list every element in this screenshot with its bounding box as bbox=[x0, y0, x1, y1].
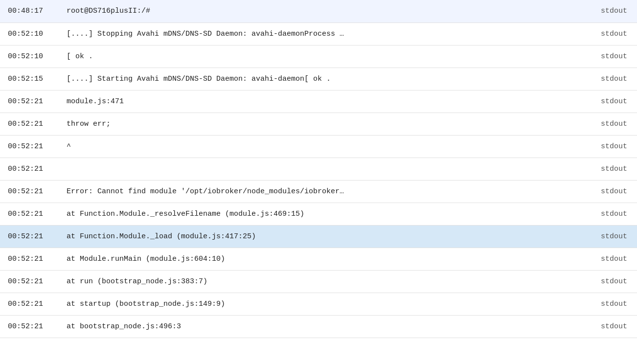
log-message: [ ok . bbox=[59, 45, 588, 68]
log-message: module.js:471 bbox=[59, 90, 588, 113]
table-row[interactable]: 00:52:21 ^stdout bbox=[0, 135, 637, 158]
table-row[interactable]: 00:52:21 at bootstrap_node.js:496:3stdou… bbox=[0, 315, 637, 338]
table-row[interactable]: 00:52:21 at startup (bootstrap_node.js:1… bbox=[0, 293, 637, 315]
log-message: at Module.runMain (module.js:604:10) bbox=[59, 248, 588, 270]
table-row[interactable]: 00:52:21 at Function.Module._load (modul… bbox=[0, 225, 637, 248]
log-source: stdout bbox=[588, 113, 637, 135]
log-time: 00:52:10 bbox=[0, 23, 59, 45]
log-time: 00:52:21 bbox=[0, 113, 59, 135]
log-source: stdout bbox=[588, 270, 637, 293]
log-source: stdout bbox=[588, 225, 637, 248]
log-time: 00:52:21 bbox=[0, 248, 59, 270]
log-message bbox=[59, 158, 588, 180]
log-time: 00:48:17 bbox=[0, 0, 59, 23]
log-source: stdout bbox=[588, 293, 637, 315]
log-source: stdout bbox=[588, 23, 637, 45]
table-row[interactable]: 00:52:21 throw err;stdout bbox=[0, 113, 637, 135]
table-row[interactable]: 00:52:15[....] Starting Avahi mDNS/DNS-S… bbox=[0, 68, 637, 90]
log-message: at startup (bootstrap_node.js:149:9) bbox=[59, 293, 588, 315]
log-source: stdout bbox=[588, 203, 637, 225]
table-row[interactable]: 00:52:21 at run (bootstrap_node.js:383:7… bbox=[0, 270, 637, 293]
log-time: 00:52:21 bbox=[0, 90, 59, 113]
log-message: root@DS716plusII:/# bbox=[59, 0, 588, 23]
table-row[interactable]: 00:48:17root@DS716plusII:/#stdout bbox=[0, 0, 637, 23]
log-message: [....] Starting Avahi mDNS/DNS-SD Daemon… bbox=[59, 68, 588, 90]
log-time: 00:52:21 bbox=[0, 203, 59, 225]
log-message: at bootstrap_node.js:496:3 bbox=[59, 315, 588, 338]
log-source: stdout bbox=[588, 90, 637, 113]
log-source: stdout bbox=[588, 315, 637, 338]
table-row[interactable]: 00:52:21Error: Cannot find module '/opt/… bbox=[0, 180, 637, 203]
log-message: at Function.Module._resolveFilename (mod… bbox=[59, 203, 588, 225]
log-time: 00:52:10 bbox=[0, 45, 59, 68]
log-time: 00:52:21 bbox=[0, 158, 59, 180]
log-source: stdout bbox=[588, 248, 637, 270]
log-source: stdout bbox=[588, 180, 637, 203]
log-source: stdout bbox=[588, 0, 637, 23]
log-time: 00:52:21 bbox=[0, 315, 59, 338]
table-row[interactable]: 00:52:21 at Function.Module._resolveFile… bbox=[0, 203, 637, 225]
log-source: stdout bbox=[588, 45, 637, 68]
table-row[interactable]: 00:52:21 at Module.runMain (module.js:60… bbox=[0, 248, 637, 270]
log-table: 00:48:17root@DS716plusII:/#stdout00:52:1… bbox=[0, 0, 637, 338]
log-message: at run (bootstrap_node.js:383:7) bbox=[59, 270, 588, 293]
log-message: throw err; bbox=[59, 113, 588, 135]
log-time: 00:52:21 bbox=[0, 135, 59, 158]
log-time: 00:52:21 bbox=[0, 180, 59, 203]
log-time: 00:52:21 bbox=[0, 225, 59, 248]
table-row[interactable]: 00:52:21stdout bbox=[0, 158, 637, 180]
log-time: 00:52:15 bbox=[0, 68, 59, 90]
table-row[interactable]: 00:52:10[ ok .stdout bbox=[0, 45, 637, 68]
log-source: stdout bbox=[588, 158, 637, 180]
log-message: [....] Stopping Avahi mDNS/DNS-SD Daemon… bbox=[59, 23, 588, 45]
log-time: 00:52:21 bbox=[0, 270, 59, 293]
log-message: ^ bbox=[59, 135, 588, 158]
log-source: stdout bbox=[588, 135, 637, 158]
table-row[interactable]: 00:52:10[....] Stopping Avahi mDNS/DNS-S… bbox=[0, 23, 637, 45]
log-source: stdout bbox=[588, 68, 637, 90]
log-message: Error: Cannot find module '/opt/iobroker… bbox=[59, 180, 588, 203]
log-message: at Function.Module._load (module.js:417:… bbox=[59, 225, 588, 248]
table-row[interactable]: 00:52:21module.js:471stdout bbox=[0, 90, 637, 113]
log-time: 00:52:21 bbox=[0, 293, 59, 315]
